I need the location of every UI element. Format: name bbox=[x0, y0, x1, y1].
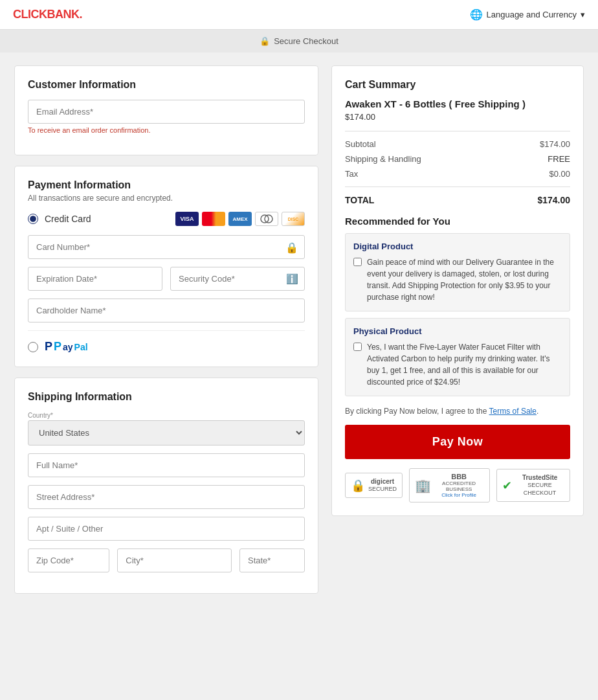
city-input[interactable] bbox=[117, 548, 232, 572]
summary-divider-1 bbox=[345, 131, 570, 131]
paypal-option: PPayPal bbox=[28, 330, 305, 354]
logo: CLICKBANK. bbox=[13, 8, 82, 21]
amex-logo: AMEX bbox=[228, 212, 252, 226]
subtotal-value: $174.00 bbox=[540, 139, 570, 149]
payment-info-title: Payment Information bbox=[28, 179, 305, 191]
card-logos: VISA AMEX DISC bbox=[175, 212, 305, 226]
email-input[interactable] bbox=[28, 100, 305, 124]
expiry-cvv-row: ℹ️ bbox=[28, 267, 305, 299]
zip-input[interactable] bbox=[28, 548, 109, 572]
product-name: Awaken XT - 6 Bottles ( Free Shipping ) bbox=[345, 98, 570, 109]
digital-product-row: Gain peace of mind with our Delivery Gua… bbox=[353, 256, 562, 303]
bbb-label: BBB bbox=[434, 473, 484, 480]
customer-info-title: Customer Information bbox=[28, 79, 305, 91]
zip-city-state-row bbox=[28, 548, 305, 580]
globe-icon: 🌐 bbox=[470, 8, 483, 21]
paypal-logo: PPayPal bbox=[45, 340, 88, 354]
secure-checkout-label: Secure Checkout bbox=[274, 36, 338, 46]
trust-badges: 🔒 digicert SECURED 🏢 BBB ACCREDITED BUSI… bbox=[345, 468, 570, 502]
credit-card-option: Credit Card VISA AMEX DISC bbox=[28, 212, 305, 226]
street-address-input[interactable] bbox=[28, 485, 305, 509]
terms-link[interactable]: Terms of Sale bbox=[489, 407, 537, 416]
physical-product-checkbox[interactable] bbox=[353, 343, 362, 351]
digital-product-title: Digital Product bbox=[353, 242, 562, 251]
credit-card-label: Credit Card bbox=[45, 214, 91, 224]
cart-summary-title: Cart Summary bbox=[345, 79, 570, 91]
pay-now-button[interactable]: Pay Now bbox=[345, 425, 570, 459]
zip-group bbox=[28, 548, 109, 572]
trustedsite-label: TrustedSite bbox=[515, 473, 564, 482]
left-column: Customer Information To receive an email… bbox=[14, 65, 318, 594]
bbb-text: BBB ACCREDITED BUSINESS Click for Profil… bbox=[434, 473, 484, 498]
bbb-inner: 🏢 BBB ACCREDITED BUSINESS Click for Prof… bbox=[415, 473, 484, 498]
state-input[interactable] bbox=[239, 548, 305, 572]
paypal-p-light: P bbox=[54, 340, 61, 354]
visa-logo: VISA bbox=[175, 212, 199, 226]
digicert-icon: 🔒 bbox=[351, 479, 365, 493]
cardholder-group bbox=[28, 299, 305, 322]
paypal-ay: ay bbox=[63, 342, 73, 352]
shipping-info-card: Shipping Information Country* United Sta… bbox=[14, 378, 318, 594]
physical-product-row: Yes, I want the Five-Layer Water Faucet … bbox=[353, 341, 562, 388]
trustedsite-text: TrustedSite SECURE CHECKOUT bbox=[515, 473, 564, 497]
summary-divider-2 bbox=[345, 186, 570, 187]
terms-prefix: By clicking Pay Now below, I agree to th… bbox=[345, 407, 489, 416]
right-column: Cart Summary Awaken XT - 6 Bottles ( Fre… bbox=[331, 65, 584, 594]
shipping-label: Shipping & Handling bbox=[345, 154, 421, 164]
diners-logo bbox=[255, 212, 278, 226]
info-icon: ℹ️ bbox=[286, 273, 298, 285]
apt-input[interactable] bbox=[28, 517, 305, 541]
email-hint: To receive an email order confirmation. bbox=[28, 126, 305, 134]
cart-summary-card: Cart Summary Awaken XT - 6 Bottles ( Fre… bbox=[331, 65, 584, 516]
terms-suffix: . bbox=[537, 407, 538, 416]
tax-row: Tax $0.00 bbox=[345, 169, 570, 179]
digicert-label: digicert bbox=[368, 477, 397, 486]
shipping-info-title: Shipping Information bbox=[28, 391, 305, 403]
shipping-value: FREE bbox=[548, 154, 570, 164]
digital-product-card: Digital Product Gain peace of mind with … bbox=[345, 233, 570, 311]
country-group: Country* United States Canada United Kin… bbox=[28, 412, 305, 446]
trustedsite-badge[interactable]: ✔ TrustedSite SECURE CHECKOUT bbox=[496, 469, 570, 501]
cardholder-input[interactable] bbox=[28, 299, 305, 322]
digicert-sub: SECURED bbox=[368, 486, 397, 492]
bbb-badge[interactable]: 🏢 BBB ACCREDITED BUSINESS Click for Prof… bbox=[409, 468, 490, 502]
total-label: TOTAL bbox=[345, 195, 374, 205]
expiry-input[interactable] bbox=[28, 267, 162, 291]
payment-info-card: Payment Information All transactions are… bbox=[14, 166, 318, 367]
paypal-radio[interactable] bbox=[28, 342, 38, 352]
total-value: $174.00 bbox=[537, 195, 570, 205]
bbb-icon: 🏢 bbox=[415, 478, 431, 493]
physical-product-title: Physical Product bbox=[353, 326, 562, 336]
credit-card-radio[interactable] bbox=[28, 214, 38, 224]
digital-product-checkbox[interactable] bbox=[353, 258, 362, 266]
secure-checkout-bar: 🔒 Secure Checkout bbox=[0, 30, 598, 52]
product-price: $174.00 bbox=[345, 112, 570, 122]
terms-text: By clicking Pay Now below, I agree to th… bbox=[345, 405, 570, 417]
physical-product-card: Physical Product Yes, I want the Five-La… bbox=[345, 318, 570, 396]
customer-info-card: Customer Information To receive an email… bbox=[14, 65, 318, 155]
trustedsite-sub: SECURE CHECKOUT bbox=[524, 482, 557, 496]
paypal-pal: Pal bbox=[74, 342, 88, 352]
cvv-group: ℹ️ bbox=[170, 267, 305, 291]
lock-icon: 🔒 bbox=[260, 36, 270, 46]
discover-logo: DISC bbox=[282, 212, 305, 226]
language-currency-label: Language and Currency bbox=[487, 10, 577, 19]
full-name-input[interactable] bbox=[28, 453, 305, 477]
country-select[interactable]: United States Canada United Kingdom Aust… bbox=[28, 420, 305, 446]
chevron-down-icon: ▾ bbox=[581, 10, 585, 19]
country-label: Country* bbox=[28, 412, 305, 419]
main-container: Customer Information To receive an email… bbox=[8, 65, 590, 594]
trustedsite-icon: ✔ bbox=[502, 479, 512, 493]
digital-product-text: Gain peace of mind with our Delivery Gua… bbox=[367, 256, 562, 303]
header: CLICKBANK. 🌐 Language and Currency ▾ bbox=[0, 0, 598, 30]
language-currency-button[interactable]: 🌐 Language and Currency ▾ bbox=[470, 8, 586, 21]
payment-info-subtitle: All transactions are secure and encrypte… bbox=[28, 194, 305, 203]
subtotal-label: Subtotal bbox=[345, 139, 376, 149]
cvv-input[interactable] bbox=[170, 267, 305, 291]
logo-bank: BANK bbox=[47, 8, 80, 21]
logo-dot: . bbox=[80, 8, 83, 21]
tax-label: Tax bbox=[345, 169, 358, 179]
email-group: To receive an email order confirmation. bbox=[28, 100, 305, 134]
card-number-input[interactable] bbox=[28, 235, 305, 259]
digicert-badge[interactable]: 🔒 digicert SECURED bbox=[345, 473, 403, 498]
